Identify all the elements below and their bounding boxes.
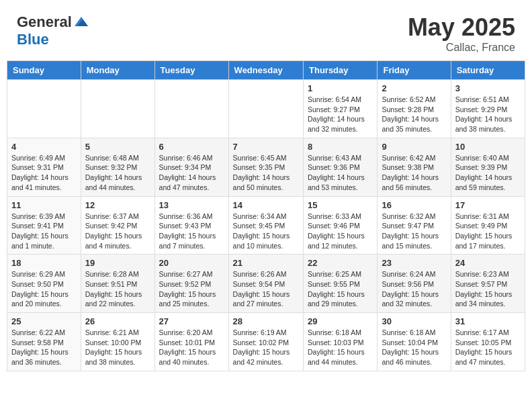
weekday-header: Thursday xyxy=(304,61,378,80)
day-number: 28 xyxy=(233,316,299,326)
day-number: 15 xyxy=(308,200,373,210)
calendar-cell: 8Sunrise: 6:43 AMSunset: 9:36 PMDaylight… xyxy=(304,138,378,196)
calendar-cell: 20Sunrise: 6:27 AMSunset: 9:52 PMDayligh… xyxy=(154,255,228,313)
day-info: Sunrise: 6:36 AMSunset: 9:43 PMDaylight:… xyxy=(159,212,224,251)
day-number: 19 xyxy=(85,258,150,268)
day-number: 17 xyxy=(455,200,521,210)
calendar-cell: 1Sunrise: 6:54 AMSunset: 9:27 PMDaylight… xyxy=(304,80,378,138)
calendar-cell: 16Sunrise: 6:32 AMSunset: 9:47 PMDayligh… xyxy=(378,196,451,255)
day-info: Sunrise: 6:32 AMSunset: 9:47 PMDaylight:… xyxy=(382,212,446,251)
day-number: 30 xyxy=(382,316,446,326)
day-number: 16 xyxy=(382,200,446,210)
calendar-cell: 31Sunrise: 6:17 AMSunset: 10:05 PMDaylig… xyxy=(451,313,525,371)
calendar-cell: 10Sunrise: 6:40 AMSunset: 9:39 PMDayligh… xyxy=(451,138,525,196)
week-row: 4Sunrise: 6:49 AMSunset: 9:31 PMDaylight… xyxy=(7,138,525,196)
day-number: 26 xyxy=(85,316,150,326)
day-number: 18 xyxy=(11,258,77,268)
day-info: Sunrise: 6:18 AMSunset: 10:03 PMDaylight… xyxy=(308,328,373,367)
weekday-header: Monday xyxy=(81,61,154,80)
calendar-cell: 29Sunrise: 6:18 AMSunset: 10:03 PMDaylig… xyxy=(304,313,378,371)
day-number: 14 xyxy=(233,200,299,210)
day-info: Sunrise: 6:34 AMSunset: 9:45 PMDaylight:… xyxy=(233,212,299,251)
day-info: Sunrise: 6:46 AMSunset: 9:34 PMDaylight:… xyxy=(159,153,224,193)
calendar-cell: 28Sunrise: 6:19 AMSunset: 10:02 PMDaylig… xyxy=(228,313,303,371)
day-number: 23 xyxy=(382,258,446,268)
calendar-cell: 7Sunrise: 6:45 AMSunset: 9:35 PMDaylight… xyxy=(228,138,303,196)
day-info: Sunrise: 6:45 AMSunset: 9:35 PMDaylight:… xyxy=(233,153,299,193)
week-row: 25Sunrise: 6:22 AMSunset: 9:58 PMDayligh… xyxy=(7,313,525,371)
day-info: Sunrise: 6:22 AMSunset: 9:58 PMDaylight:… xyxy=(11,328,77,367)
calendar-table: SundayMondayTuesdayWednesdayThursdayFrid… xyxy=(7,60,525,371)
logo-general-text: General xyxy=(17,13,72,31)
calendar-cell: 12Sunrise: 6:37 AMSunset: 9:42 PMDayligh… xyxy=(81,196,154,255)
day-number: 12 xyxy=(85,200,150,210)
day-number: 7 xyxy=(233,142,299,152)
day-info: Sunrise: 6:40 AMSunset: 9:39 PMDaylight:… xyxy=(455,153,521,193)
day-number: 13 xyxy=(159,200,224,210)
day-info: Sunrise: 6:42 AMSunset: 9:38 PMDaylight:… xyxy=(382,153,446,193)
page-header: General Blue May 2025 Callac, France xyxy=(7,7,525,57)
day-number: 2 xyxy=(382,83,446,93)
day-number: 10 xyxy=(455,142,521,152)
day-info: Sunrise: 6:39 AMSunset: 9:41 PMDaylight:… xyxy=(11,212,77,251)
weekday-header: Friday xyxy=(378,61,451,80)
calendar-cell: 24Sunrise: 6:23 AMSunset: 9:57 PMDayligh… xyxy=(451,255,525,313)
calendar-cell: 9Sunrise: 6:42 AMSunset: 9:38 PMDaylight… xyxy=(378,138,451,196)
day-number: 29 xyxy=(308,316,373,326)
calendar-cell: 18Sunrise: 6:29 AMSunset: 9:50 PMDayligh… xyxy=(7,255,81,313)
day-info: Sunrise: 6:20 AMSunset: 10:01 PMDaylight… xyxy=(159,328,224,367)
day-info: Sunrise: 6:23 AMSunset: 9:57 PMDaylight:… xyxy=(455,269,521,309)
day-number: 9 xyxy=(382,142,446,152)
calendar-cell: 17Sunrise: 6:31 AMSunset: 9:49 PMDayligh… xyxy=(451,196,525,255)
day-info: Sunrise: 6:18 AMSunset: 10:04 PMDaylight… xyxy=(382,328,446,367)
day-number: 27 xyxy=(159,316,224,326)
week-row: 11Sunrise: 6:39 AMSunset: 9:41 PMDayligh… xyxy=(7,196,525,255)
calendar-cell xyxy=(154,80,228,138)
day-info: Sunrise: 6:24 AMSunset: 9:56 PMDaylight:… xyxy=(382,269,446,309)
calendar-cell: 23Sunrise: 6:24 AMSunset: 9:56 PMDayligh… xyxy=(378,255,451,313)
day-info: Sunrise: 6:17 AMSunset: 10:05 PMDaylight… xyxy=(455,328,521,367)
calendar-cell: 3Sunrise: 6:51 AMSunset: 9:29 PMDaylight… xyxy=(451,80,525,138)
day-number: 24 xyxy=(455,258,521,268)
logo: General Blue xyxy=(17,13,89,48)
weekday-header: Sunday xyxy=(7,61,81,80)
day-number: 4 xyxy=(11,142,77,152)
calendar-cell: 2Sunrise: 6:52 AMSunset: 9:28 PMDaylight… xyxy=(378,80,451,138)
day-info: Sunrise: 6:26 AMSunset: 9:54 PMDaylight:… xyxy=(233,269,299,309)
day-number: 20 xyxy=(159,258,224,268)
day-info: Sunrise: 6:48 AMSunset: 9:32 PMDaylight:… xyxy=(85,153,150,193)
logo-blue-text: Blue xyxy=(17,31,49,48)
day-info: Sunrise: 6:54 AMSunset: 9:27 PMDaylight:… xyxy=(308,95,373,134)
day-info: Sunrise: 6:37 AMSunset: 9:42 PMDaylight:… xyxy=(85,212,150,251)
day-number: 8 xyxy=(308,142,373,152)
day-info: Sunrise: 6:33 AMSunset: 9:46 PMDaylight:… xyxy=(308,212,373,251)
weekday-header-row: SundayMondayTuesdayWednesdayThursdayFrid… xyxy=(7,61,525,80)
calendar-cell: 15Sunrise: 6:33 AMSunset: 9:46 PMDayligh… xyxy=(304,196,378,255)
day-info: Sunrise: 6:25 AMSunset: 9:55 PMDaylight:… xyxy=(308,269,373,309)
calendar-cell: 25Sunrise: 6:22 AMSunset: 9:58 PMDayligh… xyxy=(7,313,81,371)
calendar-cell: 14Sunrise: 6:34 AMSunset: 9:45 PMDayligh… xyxy=(228,196,303,255)
calendar-cell: 6Sunrise: 6:46 AMSunset: 9:34 PMDaylight… xyxy=(154,138,228,196)
weekday-header: Saturday xyxy=(451,61,525,80)
day-number: 5 xyxy=(85,142,150,152)
title-section: May 2025 Callac, France xyxy=(408,13,515,54)
day-number: 11 xyxy=(11,200,77,210)
calendar-cell: 27Sunrise: 6:20 AMSunset: 10:01 PMDaylig… xyxy=(154,313,228,371)
day-info: Sunrise: 6:27 AMSunset: 9:52 PMDaylight:… xyxy=(159,269,224,309)
calendar-cell: 26Sunrise: 6:21 AMSunset: 10:00 PMDaylig… xyxy=(81,313,154,371)
calendar-cell xyxy=(228,80,303,138)
calendar-cell: 30Sunrise: 6:18 AMSunset: 10:04 PMDaylig… xyxy=(378,313,451,371)
day-number: 22 xyxy=(308,258,373,268)
calendar-cell: 4Sunrise: 6:49 AMSunset: 9:31 PMDaylight… xyxy=(7,138,81,196)
day-info: Sunrise: 6:43 AMSunset: 9:36 PMDaylight:… xyxy=(308,153,373,193)
calendar-cell: 19Sunrise: 6:28 AMSunset: 9:51 PMDayligh… xyxy=(81,255,154,313)
day-info: Sunrise: 6:21 AMSunset: 10:00 PMDaylight… xyxy=(85,328,150,367)
day-info: Sunrise: 6:19 AMSunset: 10:02 PMDaylight… xyxy=(233,328,299,367)
day-info: Sunrise: 6:28 AMSunset: 9:51 PMDaylight:… xyxy=(85,269,150,309)
calendar-cell: 5Sunrise: 6:48 AMSunset: 9:32 PMDaylight… xyxy=(81,138,154,196)
day-number: 3 xyxy=(455,83,521,93)
month-title: May 2025 xyxy=(408,13,515,42)
day-number: 1 xyxy=(308,83,373,93)
day-number: 21 xyxy=(233,258,299,268)
location: Callac, France xyxy=(408,42,515,54)
